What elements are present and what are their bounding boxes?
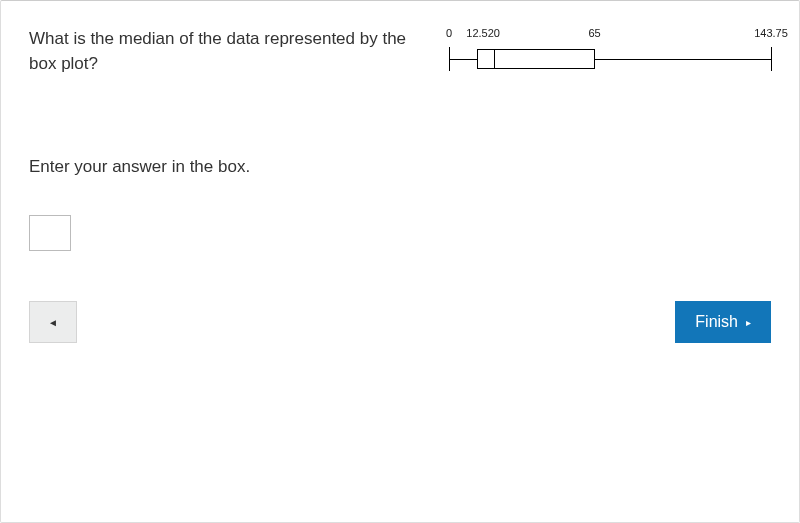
box-plot: 0 12.5 20 65 143.75 xyxy=(449,27,771,87)
label-min: 0 xyxy=(446,27,452,39)
top-row: What is the median of the data represent… xyxy=(29,27,771,87)
box-plot-graphic xyxy=(449,45,771,73)
whisker-right xyxy=(595,59,771,60)
back-arrow-icon: ◄ xyxy=(48,317,58,328)
nav-row: ◄ Finish ▸ xyxy=(29,301,771,343)
whisker-left xyxy=(449,59,477,60)
answer-input[interactable] xyxy=(29,215,71,251)
median-line xyxy=(494,49,495,69)
label-median: 20 xyxy=(488,27,500,39)
question-text: What is the median of the data represent… xyxy=(29,27,409,76)
label-q1: 12.5 xyxy=(466,27,487,39)
box-plot-labels: 0 12.5 20 65 143.75 xyxy=(449,27,771,41)
answer-instruction: Enter your answer in the box. xyxy=(29,157,771,177)
label-q3: 65 xyxy=(588,27,600,39)
whisker-cap-max xyxy=(771,47,772,71)
label-max: 143.75 xyxy=(754,27,788,39)
finish-button[interactable]: Finish ▸ xyxy=(675,301,771,343)
back-button[interactable]: ◄ xyxy=(29,301,77,343)
finish-label: Finish xyxy=(695,313,738,331)
finish-arrow-icon: ▸ xyxy=(746,317,751,328)
question-page: What is the median of the data represent… xyxy=(0,0,800,523)
